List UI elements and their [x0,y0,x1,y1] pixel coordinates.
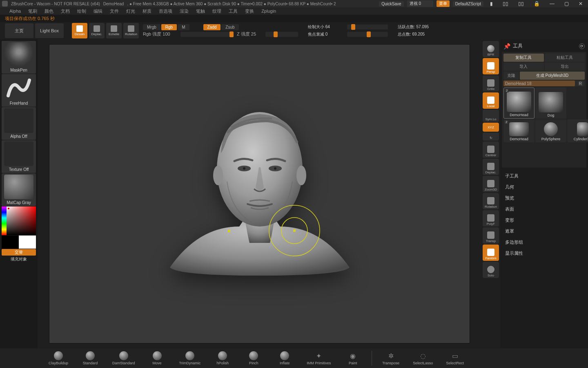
brush-paint[interactable]: ◉Paint [341,350,365,366]
menu-item[interactable]: 工具 [225,7,241,15]
tool-tile-polysphere[interactable]: PolySphere [535,119,566,142]
frame-button[interactable]: Centrer [483,141,499,158]
zsub-button[interactable]: Zsub [221,24,238,30]
tool-count-slider[interactable]: DemoHead 18 R [503,81,585,86]
menu-button[interactable]: 菜单 [437,0,450,7]
focal-shift-slider[interactable] [347,32,388,37]
floor-button[interactable]: Grille [483,75,499,92]
menu-item[interactable]: 变换 [242,7,257,15]
m-button[interactable]: M [178,24,189,30]
bpr-button[interactable]: BPR [483,41,499,57]
switch-color-button[interactable]: 交替 [2,249,36,256]
make-polymesh-button[interactable]: 生成 PolyMesh3D [520,72,585,80]
home-button[interactable]: 主页 [5,23,33,38]
lock-symmetry-button[interactable]: Sym.Lo [483,110,499,122]
menu-item[interactable]: 笔触 [193,7,208,15]
stroke-selector[interactable]: FreeHand [2,74,36,107]
secondary-color[interactable] [2,236,19,249]
menu-item[interactable]: 首选项 [156,7,176,15]
tool-tile-cylinder[interactable]: Cylinder3D [567,119,588,142]
draw-mode-button[interactable]: Dessin [72,23,87,38]
menu-item[interactable]: 颜色 [41,7,57,15]
rgb-intensity-slider[interactable] [180,32,234,37]
menu-item[interactable]: 材质 [139,7,155,15]
accordion-item[interactable]: 显示属性 [502,248,586,258]
menu-item[interactable]: 笔刷 [25,7,40,15]
paste-tool-button[interactable]: 粘贴工具 [545,54,585,62]
menu-item[interactable]: 文件 [107,7,122,15]
menu-item[interactable]: Zplugin [258,8,279,14]
brush-standard[interactable]: Standard [78,350,102,366]
transparency-button[interactable]: Transp [483,227,499,244]
lightbox-button[interactable]: Light Box [35,23,64,38]
brush-selector[interactable]: MaskPen [2,41,36,74]
color-swatches[interactable] [2,236,36,249]
brush-claybuildup[interactable]: ClayBuildup [45,350,71,366]
polyframe-button[interactable]: PolyF [483,210,499,227]
menu-item[interactable]: 绘制 [74,7,89,15]
accordion-item[interactable]: 预览 [502,193,586,203]
accordion-item[interactable]: 几何 [502,182,586,192]
local-button[interactable]: Local [483,92,499,109]
accordion-item[interactable]: 遮罩 [502,226,586,236]
scale-mode-button[interactable]: Echelle [106,23,122,38]
solo-button[interactable]: Solo [483,262,499,278]
perspective-slider[interactable]: 透视 0 [407,0,433,7]
menu-item[interactable]: 文档 [58,7,73,15]
menu-item[interactable]: 渲染 [176,7,192,15]
rotate-view-button[interactable]: Rotation [483,193,499,209]
copy-tool-button[interactable]: 复制工具 [503,54,544,62]
menu-item[interactable]: 纹理 [209,7,225,15]
alpha-selector[interactable]: Alpha Off [2,107,36,140]
mrgb-button[interactable]: Mrgb [143,24,160,30]
tool-slider-r[interactable]: R [578,81,583,86]
fill-object-button[interactable]: 填充对象 [2,256,36,263]
tool-tile-demohead-2[interactable]: 2 DemoHead [503,119,535,142]
brush-damstandard[interactable]: DamStandard [109,350,138,366]
zadd-button[interactable]: Zadd [203,24,221,30]
color-picker[interactable] [2,206,36,235]
menu-item[interactable]: 编辑 [90,7,106,15]
quicksave-button[interactable]: QuickSave [379,1,403,7]
rotate-mode-button[interactable]: Rotation [123,23,139,38]
accordion-item[interactable]: 变形 [502,215,586,225]
reset-button[interactable]: ⟳ [579,43,585,49]
import-button[interactable]: 导入 [503,63,544,71]
transpose-button[interactable]: ✲Transpose [379,350,403,366]
selectlasso-button[interactable]: ◌SelectLasso [410,350,436,366]
viewport-canvas[interactable] [49,44,470,343]
brush-inflate[interactable]: Inflate [272,350,297,366]
layout-icon-2[interactable]: ▯▯ [499,1,512,7]
rgb-button[interactable]: Rgb [161,24,177,30]
brush-hpolish[interactable]: hPolish [210,350,235,366]
lock-icon[interactable]: 🔒 [530,1,543,7]
tool-tile-dog[interactable]: Dog [535,88,566,119]
layout-icon[interactable]: ▮ [487,1,496,7]
move-view-button[interactable]: Deplac. [483,159,499,175]
export-button[interactable]: 导出 [545,63,585,71]
menu-item[interactable]: Alpha [6,8,24,14]
zoom-button[interactable]: Zoom3D [483,176,499,192]
brush-move[interactable]: Move [145,350,169,366]
perspective-button[interactable]: Persp [483,58,499,74]
brush-imm-primitives[interactable]: ✦IMM Primitives [303,350,334,366]
brush-trimdynamic[interactable]: TrimDynamic [176,350,204,366]
minimize-button[interactable]: — [546,1,558,7]
layout-icon-3[interactable]: ▯▯ [515,1,527,7]
maximize-button[interactable]: ▢ [561,1,572,7]
move-mode-button[interactable]: Deplac. [89,23,105,38]
tool-tile-demohead[interactable]: 2 DemoHead [503,88,535,119]
clone-button[interactable]: 克隆 [503,72,519,80]
draw-size-slider[interactable] [347,25,388,29]
accordion-item[interactable]: 表面 [502,204,586,214]
menu-item[interactable]: 灯光 [123,7,138,15]
accordion-item[interactable]: 多边形组 [502,237,586,247]
material-selector[interactable]: MatCap Gray [2,173,36,206]
refresh-button[interactable]: ↻ [483,132,499,141]
primary-color[interactable] [19,236,36,249]
xyz-button[interactable]: XYZ [483,123,499,132]
ghost-button[interactable]: Fantôm [483,245,499,261]
z-intensity-slider[interactable] [265,32,298,37]
pin-icon[interactable]: 📌 [503,43,510,49]
selectrect-button[interactable]: ▭SelectRect [443,350,467,366]
